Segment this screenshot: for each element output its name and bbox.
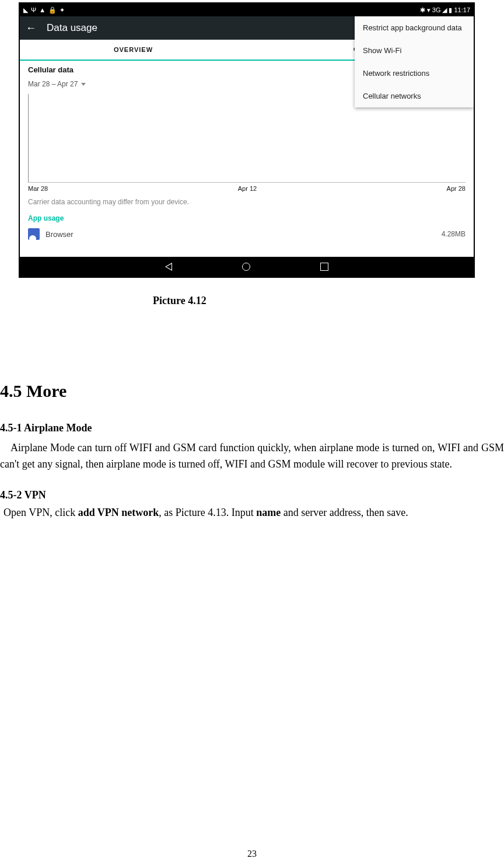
menu-icon: ◣ — [23, 6, 28, 14]
menu-show-wifi[interactable]: Show Wi-Fi — [355, 39, 474, 62]
menu-cellular-networks[interactable]: Cellular networks — [355, 85, 474, 107]
x-label-right: Apr 28 — [447, 185, 466, 192]
wifi-icon: ▾ — [427, 6, 430, 14]
clock: 11:17 — [454, 6, 470, 13]
warning-icon: ▲ — [39, 6, 46, 13]
x-label-left: Mar 28 — [28, 185, 48, 192]
back-icon[interactable]: ← — [26, 22, 36, 34]
signal-icon: ◢ — [442, 6, 447, 14]
status-right: ✱ ▾ 3G ◢ ▮ 11:17 — [420, 6, 470, 14]
vpn-bold-1: add VPN network — [78, 507, 159, 518]
android-screenshot: ◣ Ψ ▲ 🔒 ✦ ✱ ▾ 3G ◢ ▮ 11:17 ← Data usage … — [19, 2, 475, 278]
vpn-bold-2: name — [256, 507, 281, 518]
lock-icon: 🔒 — [48, 6, 57, 14]
paragraph-vpn: Open VPN, click add VPN network, as Pict… — [4, 507, 504, 519]
network-type: 3G — [432, 6, 441, 13]
battery-icon: ▮ — [449, 6, 452, 14]
browser-icon — [28, 228, 40, 240]
page-number: 23 — [0, 849, 504, 859]
menu-restrict-bg-data[interactable]: Restrict app background data — [355, 16, 474, 39]
debug-icon: ✦ — [60, 6, 65, 14]
screen-title: Data usage — [47, 22, 97, 34]
carrier-note: Carrier data accounting may differ from … — [28, 198, 466, 206]
app-size: 4.28MB — [442, 230, 466, 238]
bluetooth-icon: ✱ — [420, 6, 425, 14]
subheading-airplane-mode: 4.5-1 Airplane Mode — [0, 422, 92, 434]
usb-icon: Ψ — [31, 6, 36, 13]
nav-back-icon[interactable] — [165, 263, 172, 271]
chart-x-labels: Mar 28 Apr 12 Apr 28 — [28, 185, 466, 192]
nav-home-icon[interactable] — [242, 263, 250, 271]
status-left: ◣ Ψ ▲ 🔒 ✦ — [23, 6, 65, 14]
nav-bar — [20, 257, 474, 277]
vpn-text-2: , as Picture 4.13. Input — [159, 507, 256, 518]
paragraph-airplane-mode: Airplane Mode can turn off WIFI and GSM … — [0, 440, 504, 473]
app-row-browser[interactable]: Browser 4.28MB — [28, 228, 466, 240]
app-usage-link[interactable]: App usage — [28, 214, 466, 222]
vpn-text-3: and server address, then save. — [281, 507, 408, 518]
figure-caption: Picture 4.12 — [153, 295, 206, 307]
x-label-mid: Apr 12 — [238, 185, 257, 192]
nav-recent-icon[interactable] — [320, 263, 328, 271]
date-range-label: Mar 28 – Apr 27 — [28, 80, 78, 88]
chevron-down-icon — [81, 83, 86, 86]
overflow-menu: Restrict app background data Show Wi-Fi … — [355, 16, 474, 107]
subheading-vpn: 4.5-2 VPN — [0, 489, 46, 501]
status-bar: ◣ Ψ ▲ 🔒 ✦ ✱ ▾ 3G ◢ ▮ 11:17 — [20, 4, 474, 16]
vpn-text-1: Open VPN, click — [4, 507, 78, 518]
heading-4-5: 4.5 More — [0, 381, 66, 401]
menu-network-restrictions[interactable]: Network restrictions — [355, 62, 474, 85]
app-name: Browser — [46, 230, 74, 239]
tab-overview[interactable]: OVERVIEW — [20, 40, 247, 60]
